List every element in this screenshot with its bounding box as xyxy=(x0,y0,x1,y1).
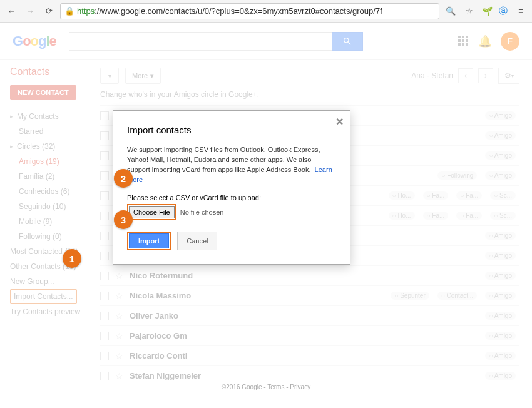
row-checkbox[interactable] xyxy=(100,352,109,360)
circle-tag[interactable]: ○ Fa... xyxy=(456,212,482,220)
sidebar-circles[interactable]: Circles (32) xyxy=(10,139,100,154)
prev-page-button[interactable]: ‹ xyxy=(458,68,473,83)
circle-tag[interactable]: ○ Amigo xyxy=(485,111,516,120)
star-icon[interactable]: ☆ xyxy=(115,351,123,361)
contact-name: Nico Rotermund xyxy=(130,271,477,280)
circle-tag[interactable]: ○ Sc... xyxy=(490,191,516,200)
row-checkbox[interactable] xyxy=(100,272,109,280)
row-checkbox[interactable] xyxy=(100,131,109,140)
dialog-body: We support importing CSV files from Outl… xyxy=(127,145,336,185)
choose-file-button[interactable]: Choose File xyxy=(129,206,175,218)
import-contacts-dialog: ✕ Import contacts We support importing C… xyxy=(113,110,350,265)
circle-tag[interactable]: ○ Amigo xyxy=(485,272,516,280)
forward-button[interactable]: → xyxy=(23,4,38,19)
cancel-button[interactable]: Cancel xyxy=(177,232,217,250)
row-checkbox[interactable] xyxy=(100,252,109,260)
row-checkbox[interactable] xyxy=(100,191,109,200)
sidebar-circle-item[interactable]: Família (2) xyxy=(10,169,100,184)
circle-tag[interactable]: ○ Ho... xyxy=(389,212,415,220)
sidebar-circle-item[interactable]: Mobile (9) xyxy=(10,214,100,229)
contact-row[interactable]: ☆Riccardo Conti○ Amigo xyxy=(100,345,519,365)
row-checkbox[interactable] xyxy=(100,151,109,160)
circle-tag[interactable]: ○ Fa... xyxy=(423,212,449,220)
circle-tag[interactable]: ○ Ho... xyxy=(389,191,415,200)
sidebar-new-group[interactable]: New Group... xyxy=(10,274,100,289)
circle-tag[interactable]: ○ Amigo xyxy=(485,232,516,240)
list-toolbar: ▾ More ▾ Ana - Stefan ‹ › ⚙▾ xyxy=(100,66,519,85)
sidebar-import-contacts[interactable]: Import Contacts... xyxy=(10,289,77,304)
star-icon[interactable]: ☆ xyxy=(115,311,123,321)
settings-button[interactable]: ⚙▾ xyxy=(498,68,519,84)
row-checkbox[interactable] xyxy=(100,372,109,380)
apps-icon[interactable] xyxy=(458,36,469,47)
contact-row[interactable]: ☆Stefan Niggemeier○ Amigo xyxy=(100,365,519,385)
contact-row[interactable]: ☆Nicola Massimo○ Sepunter○ Contact...○ A… xyxy=(100,285,519,305)
circle-tag[interactable]: ○ Amigo xyxy=(485,131,516,140)
star-icon[interactable]: ☆ xyxy=(115,331,123,341)
row-checkbox[interactable] xyxy=(100,212,109,220)
sidebar-circle-item[interactable]: Conhecidos (6) xyxy=(10,184,100,199)
upload-label: Please select a CSV or vCard file to upl… xyxy=(127,194,336,201)
star-icon[interactable]: ☆ xyxy=(115,271,123,281)
circle-tag[interactable]: ○ Contact... xyxy=(437,292,478,300)
sidebar-most-contacted[interactable]: Most Contacted (14) xyxy=(10,244,100,259)
avatar[interactable]: F xyxy=(501,32,519,51)
privacy-link[interactable]: Privacy xyxy=(290,384,310,390)
row-checkbox[interactable] xyxy=(100,171,109,180)
star-icon[interactable]: ☆ xyxy=(115,291,123,301)
browser-menu-icon[interactable]: ≡ xyxy=(513,4,528,19)
sidebar-try-preview[interactable]: Try Contacts preview xyxy=(10,304,100,319)
row-checkbox[interactable] xyxy=(100,332,109,340)
circle-tag[interactable]: ○ Amigo xyxy=(485,151,516,160)
new-contact-button[interactable]: NEW CONTACT xyxy=(10,85,76,100)
circle-tag[interactable]: ○ Amigo xyxy=(485,312,516,320)
back-button[interactable]: ← xyxy=(4,4,19,19)
contact-row[interactable]: ☆Oliver Janko○ Amigo xyxy=(100,305,519,325)
reload-button[interactable]: ⟳ xyxy=(41,4,56,19)
sidebar: Contacts NEW CONTACT My Contacts Starred… xyxy=(0,60,100,408)
circle-tag[interactable]: ○ Amigo xyxy=(485,252,516,260)
circle-tag[interactable]: ○ Amigo xyxy=(485,332,516,340)
sidebar-my-contacts[interactable]: My Contacts xyxy=(10,109,100,124)
circle-tag[interactable]: ○ Amigo xyxy=(485,292,516,300)
contact-row[interactable]: ☆Nico Rotermund○ Amigo xyxy=(100,265,519,285)
row-checkbox[interactable] xyxy=(100,312,109,320)
google-plus-link[interactable]: Google+ xyxy=(228,90,257,99)
row-checkbox[interactable] xyxy=(100,232,109,240)
star-icon[interactable]: ☆ xyxy=(462,4,477,19)
zoom-icon[interactable]: 🔍 xyxy=(443,4,458,19)
circle-tag[interactable]: ○ Sc... xyxy=(490,212,516,220)
search-input[interactable] xyxy=(69,32,332,51)
circle-tag[interactable]: ○ Sepunter xyxy=(391,292,429,300)
notifications-icon[interactable]: 🔔 xyxy=(478,34,492,48)
circle-tag[interactable]: ○ Amigo xyxy=(485,352,516,360)
more-button[interactable]: More ▾ xyxy=(125,68,161,84)
search-button[interactable] xyxy=(332,32,363,51)
sidebar-circle-item[interactable]: Following (0) xyxy=(10,229,100,244)
close-icon[interactable]: ✕ xyxy=(335,116,344,128)
circle-tag[interactable]: ○ Following xyxy=(437,171,477,180)
circle-tag[interactable]: ○ Amigo xyxy=(485,372,516,380)
sidebar-circle-item[interactable]: Amigos (19) xyxy=(10,154,100,169)
circle-tag[interactable]: ○ Fa... xyxy=(456,191,482,200)
import-button[interactable]: Import xyxy=(129,233,169,248)
circle-tag[interactable]: ○ Fa... xyxy=(423,191,449,200)
extension-icon-1[interactable]: 🌱 xyxy=(481,5,493,18)
sidebar-starred[interactable]: Starred xyxy=(10,124,100,139)
select-all-checkbox[interactable]: ▾ xyxy=(100,68,119,84)
star-icon[interactable]: ☆ xyxy=(115,371,123,381)
row-checkbox[interactable] xyxy=(100,111,109,120)
sidebar-other-contacts[interactable]: Other Contacts (13) xyxy=(10,259,100,274)
terms-link[interactable]: Terms xyxy=(267,384,284,390)
contact-name: Oliver Janko xyxy=(130,311,477,320)
extension-icon-2[interactable]: ⓐ xyxy=(497,5,509,18)
dialog-title: Import contacts xyxy=(127,125,336,135)
app-title: Contacts xyxy=(10,66,100,78)
row-checkbox[interactable] xyxy=(100,292,109,300)
contact-row[interactable]: ☆Pajaroloco Gm○ Amigo xyxy=(100,325,519,345)
circle-tag[interactable]: ○ Amigo xyxy=(485,171,516,180)
google-logo[interactable]: Google xyxy=(13,33,56,49)
sidebar-circle-item[interactable]: Seguindo (10) xyxy=(10,199,100,214)
next-page-button[interactable]: › xyxy=(478,68,493,83)
address-bar[interactable]: 🔒 https://www.google.com/contacts/u/0/?c… xyxy=(60,3,439,19)
